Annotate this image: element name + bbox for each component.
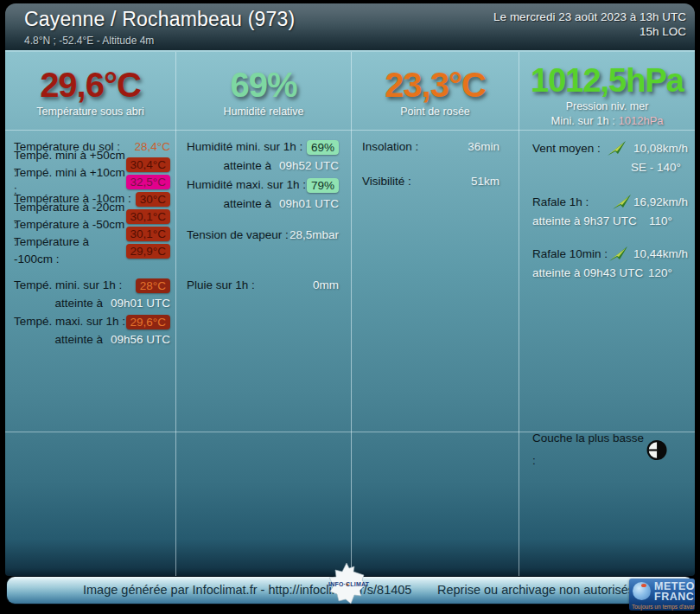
temp-max-1h-row: Tempé. maxi. sur 1h : 29,6°C — [5, 313, 175, 330]
main-panel: 29,6°C Température sous abri Température… — [5, 50, 695, 576]
humidity-column: 69% Humidité relative Humidité mini. sur… — [176, 52, 351, 576]
time-value: 09h52 UTC — [279, 157, 339, 175]
gust-time: atteinte à 09h43 UTC — [532, 265, 643, 282]
temperature-value: 29,6°C — [5, 66, 175, 105]
header: Cayenne / Rochambeau (973) 4.8°N ; -52.4… — [5, 3, 695, 50]
temp-badge: 30,1°C — [126, 209, 170, 224]
row-label: Tempé. maxi. sur 1h : — [14, 313, 125, 330]
wind-direction-icon — [611, 194, 633, 212]
time-value: 09h56 UTC — [111, 331, 170, 349]
station-title: Cayenne / Rochambeau (973) — [24, 8, 295, 31]
temperature-column: 29,6°C Température sous abri Température… — [5, 52, 175, 576]
gust-time: atteinte à 9h37 UTC — [532, 213, 637, 230]
time-value: 09h01 UTC — [111, 295, 170, 312]
vapor-pressure-row: Tension de vapeur : 28,5mbar — [176, 227, 351, 244]
row-value: 0mm — [313, 277, 339, 294]
temp-max-time-row: atteinte à 09h56 UTC — [5, 331, 175, 349]
weather-bulletin: { "header": { "title": "Cayenne / Rocham… — [0, 0, 700, 614]
gust-direction: 120° — [648, 265, 688, 282]
row-label: Rafale 10min : — [532, 246, 608, 263]
globe-icon — [633, 582, 651, 600]
pressure-summary: 1012,5hPa Pression niv. mer Mini. sur 1h… — [519, 52, 695, 130]
pressure-min-value: 1012hPa — [618, 114, 663, 127]
pressure-wind-column: 1012,5hPa Pression niv. mer Mini. sur 1h… — [519, 52, 695, 576]
gust-speed: 16,92km/h — [633, 194, 688, 211]
row-value: 28,4°C — [135, 138, 170, 156]
humidity-value: 69% — [176, 66, 351, 105]
temp-badge: 29,9°C — [126, 244, 170, 259]
row-label: Humidité maxi. sur 1h : — [187, 176, 306, 194]
wind-speed: 10,08km/h — [633, 140, 688, 157]
meteo-france-line2: FRANCE — [654, 592, 695, 602]
infoclimat-logo: INFO·CLIMAT — [328, 562, 367, 609]
wind-direction: SE - 140° — [631, 159, 681, 176]
dewpoint-label: Point de rosée — [352, 106, 519, 118]
row-label: Tempé. mini. sur 1h : — [14, 277, 122, 294]
humidity-max-time-row: atteinte à 09h01 UTC — [176, 195, 351, 213]
temp-min-1h-row: Tempé. mini. sur 1h : 28°C — [5, 277, 175, 294]
gust-direction: 110° — [649, 213, 688, 230]
row-label: Humidité mini. sur 1h : — [187, 138, 302, 156]
temp-badge: 29,6°C — [126, 315, 170, 329]
row-label: atteinte à — [223, 195, 271, 213]
row-label: Couche la plus basse : — [532, 427, 646, 472]
row-label: Tension de vapeur : — [187, 227, 289, 244]
time-value: 09h01 UTC — [279, 195, 339, 213]
insolation-row: Insolation : 36min — [352, 138, 519, 156]
meteo-france-logo: METEO FRANCE Toujours un temps d'avance — [629, 579, 695, 611]
wind-direction-icon — [606, 140, 627, 158]
soil-temp-row: Tempé. mini à +10cm : 32,5°C — [5, 173, 175, 190]
humidity-badge: 69% — [307, 140, 339, 155]
temp-badge: 32,5°C — [126, 175, 170, 189]
meteo-france-tagline: Toujours un temps d'avance — [632, 604, 695, 610]
gust-10min-time-row: atteinte à 09h43 UTC 120° — [519, 265, 695, 282]
row-label: atteinte à — [54, 295, 103, 312]
row-label: Température à -100cm : — [14, 233, 126, 268]
observation-datetime: Le mercredi 23 août 2023 à 13h UTC 15h L… — [493, 10, 686, 39]
gust-speed: 10,44km/h — [633, 246, 688, 263]
visibility-row: Visibilité : 51km — [352, 173, 519, 190]
lowest-cloud-layer-row: Couche la plus basse : — [519, 438, 695, 461]
row-value: 28,5mbar — [290, 227, 339, 244]
row-label: Visibilité : — [362, 173, 411, 190]
row-value: 36min — [468, 138, 500, 156]
humidity-summary: 69% Humidité relative — [176, 52, 351, 130]
dewpoint-value: 23,3°C — [352, 66, 519, 105]
pressure-label: Pression niv. mer — [519, 100, 695, 112]
soil-temp-row: Température à -100cm : 29,9°C — [5, 242, 175, 259]
pressure-min-1h: Mini. sur 1h : 1012hPa — [519, 114, 695, 127]
gust-1h-row: Rafale 1h : 16,92km/h — [519, 194, 695, 211]
datetime-utc: Le mercredi 23 août 2023 à 13h UTC — [493, 10, 686, 24]
footer-rights-text: Reprise ou archivage non autorisés — [437, 577, 634, 604]
row-value: 51km — [471, 173, 500, 190]
temp-badge: 28°C — [136, 278, 170, 293]
row-label: atteinte à — [223, 157, 271, 175]
gust-10min-row: Rafale 10min : 10,44km/h — [519, 246, 695, 263]
wind-direction-icon — [608, 246, 629, 264]
pressure-min-label: Mini. sur 1h : — [550, 114, 614, 127]
temperature-label: Température sous abri — [5, 106, 175, 118]
infoclimat-logo-text: INFO·CLIMAT — [328, 581, 366, 587]
row-label: atteinte à — [54, 331, 103, 349]
pressure-value: 1012,5hPa — [519, 62, 695, 99]
dewpoint-column: 23,3°C Point de rosée Insolation : 36min… — [352, 52, 519, 576]
humidity-label: Humidité relative — [176, 106, 351, 118]
row-label: Rafale 1h : — [532, 194, 589, 211]
mean-wind-row: Vent moyen : 10,08km/h — [519, 140, 695, 157]
bulletin-frame: Cayenne / Rochambeau (973) 4.8°N ; -52.4… — [5, 3, 695, 576]
rain-1h-row: Pluie sur 1h : 0mm — [176, 277, 351, 294]
datetime-local: 15h LOC — [493, 24, 686, 39]
temp-badge: 30°C — [136, 192, 170, 207]
gust-1h-time-row: atteinte à 9h37 UTC 110° — [519, 213, 695, 230]
dewpoint-summary: 23,3°C Point de rosée — [352, 52, 519, 130]
temp-min-time-row: atteinte à 09h01 UTC — [5, 295, 175, 312]
temp-badge: 30,1°C — [126, 227, 170, 241]
temperature-summary: 29,6°C Température sous abri — [5, 52, 175, 130]
row-label: Insolation : — [362, 138, 418, 156]
humidity-max-row: Humidité maxi. sur 1h : 79% — [176, 176, 351, 194]
temp-badge: 30,4°C — [126, 157, 170, 172]
cloud-cover-okta-icon — [646, 439, 667, 461]
station-coordinates: 4.8°N ; -52.4°E - Altitude 4m — [24, 35, 154, 47]
humidity-min-row: Humidité mini. sur 1h : 69% — [176, 138, 351, 156]
mean-wind-dir-row: SE - 140° — [519, 159, 695, 176]
